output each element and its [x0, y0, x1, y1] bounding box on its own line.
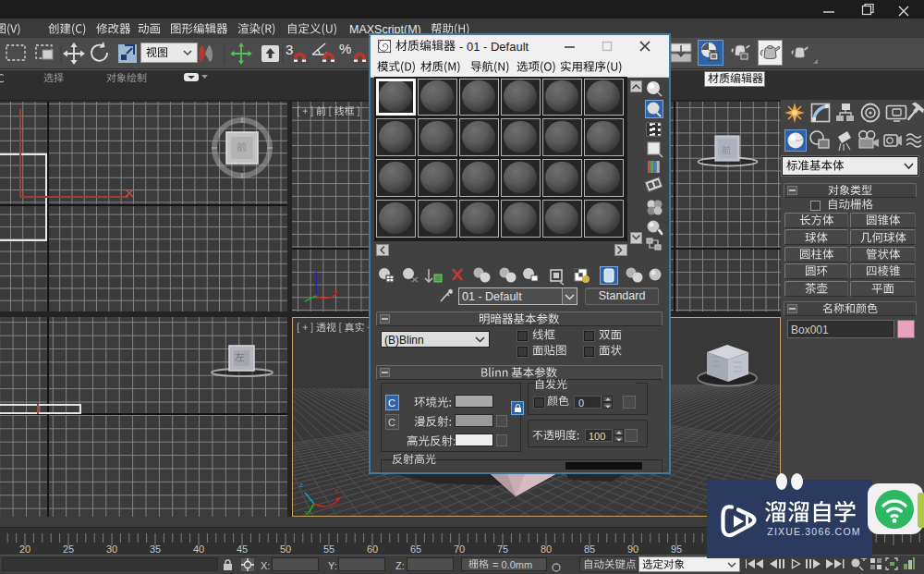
svg-text:y: y [305, 508, 309, 515]
svg-text:z: z [299, 481, 303, 489]
svg-text:x: x [334, 486, 338, 495]
